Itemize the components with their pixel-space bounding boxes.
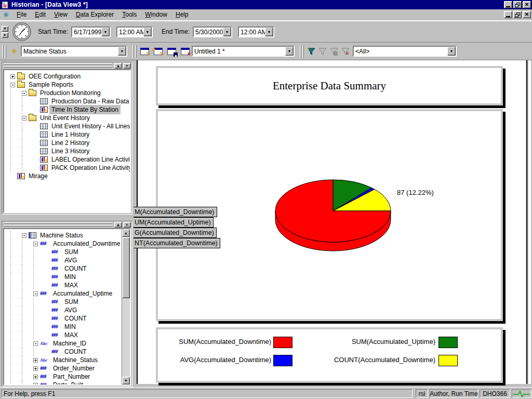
toolbar-grip[interactable] bbox=[2, 45, 4, 58]
scrollbar-thumb[interactable] bbox=[122, 237, 130, 298]
new-filter-button[interactable]: ✳ bbox=[305, 45, 316, 58]
tree-item-order-number[interactable]: +###Order_Number bbox=[10, 364, 122, 373]
tree-item-parts-built[interactable]: +###Parts_Built bbox=[10, 381, 122, 384]
tree-item-pack-operation-line-activity[interactable]: PACK Operation Line Activity bbox=[10, 164, 130, 172]
tree-item-accumulated-downtime[interactable]: -###Accumulated_Downtime bbox=[10, 240, 122, 248]
dropdown-arrow-icon[interactable]: ▼ bbox=[118, 47, 126, 56]
dropdown-arrow-icon[interactable]: ▼ bbox=[143, 28, 152, 36]
tree-item-min[interactable]: ###MIN bbox=[10, 323, 122, 331]
new-data-view-button[interactable]: ✎ bbox=[138, 45, 151, 58]
start-date-combobox[interactable]: 6/17/1999 ▼ bbox=[71, 26, 111, 37]
tree-item-machine-status[interactable]: +AbcMachine_Status bbox=[10, 356, 122, 364]
collapse-icon[interactable]: - bbox=[33, 341, 38, 346]
panel-header[interactable]: ▲ ✕ bbox=[2, 62, 132, 69]
dropdown-arrow-icon[interactable]: ▼ bbox=[223, 28, 231, 36]
tree-item-machine-id[interactable]: -AbcMachine_ID bbox=[10, 339, 122, 348]
scroll-up-icon[interactable]: ▲ bbox=[122, 229, 130, 237]
menu-data-explorer[interactable]: Data Explorer bbox=[72, 9, 118, 20]
tree-item-sum[interactable]: ###SUM bbox=[10, 298, 122, 306]
collapse-icon[interactable]: - bbox=[22, 233, 26, 238]
panel-header[interactable]: ▲ ✕ bbox=[2, 221, 132, 228]
toolbar-grip[interactable] bbox=[132, 45, 134, 58]
panel-collapse-button[interactable]: ▲ bbox=[114, 63, 122, 69]
tree-item-sample-reports[interactable]: -Sample Reports bbox=[10, 81, 130, 89]
tree-item-max[interactable]: ###MAX bbox=[10, 281, 122, 289]
tree-item-production-monitoring[interactable]: -Production Monitoring bbox=[10, 89, 130, 97]
menu-view[interactable]: View bbox=[50, 9, 72, 20]
data-view-combobox[interactable]: Untitled 1 * ▼ bbox=[192, 46, 295, 57]
tree-item-accumulated-uptime[interactable]: -###Accumulated_Uptime bbox=[10, 289, 122, 298]
save-data-view-button[interactable] bbox=[165, 45, 178, 58]
vertical-scrollbar[interactable]: ▲ ▼ bbox=[122, 229, 130, 384]
tree-item-machine-status[interactable]: -Machine Status bbox=[10, 231, 122, 240]
menu-edit[interactable]: Edit bbox=[31, 9, 50, 20]
panel-close-button[interactable]: ✕ bbox=[123, 222, 131, 228]
rename-data-view-button[interactable]: ✎✱ bbox=[151, 45, 165, 58]
mdi-minimize-button[interactable] bbox=[504, 11, 512, 18]
tree-item-line-2-history[interactable]: Line 2 History bbox=[10, 139, 130, 147]
expand-icon[interactable]: + bbox=[33, 375, 38, 379]
tree-item-count[interactable]: ###COUNT bbox=[10, 348, 122, 356]
new-dataset-button[interactable]: ✳ bbox=[7, 45, 21, 58]
menu-help[interactable]: Help bbox=[171, 9, 193, 20]
tree-item-min[interactable]: ###MIN bbox=[10, 273, 122, 281]
panel-collapse-button[interactable]: ▲ bbox=[114, 222, 122, 228]
collapse-icon[interactable]: - bbox=[33, 291, 38, 296]
tree-item-line-1-history[interactable]: Line 1 History bbox=[10, 130, 130, 139]
tree-item-time-in-state-by-station[interactable]: Time In State By Station bbox=[10, 105, 130, 114]
dataset-combobox[interactable]: Machine Status ▼ bbox=[21, 46, 127, 57]
dropdown-arrow-icon[interactable]: ▼ bbox=[447, 47, 456, 56]
title-bar[interactable]: Historian - [Data View3 *] ✕ bbox=[0, 0, 532, 9]
tree-item-production-data-raw-data[interactable]: Production Data - Raw Data bbox=[10, 97, 130, 105]
tree-item-count[interactable]: ###COUNT bbox=[10, 314, 122, 323]
tree-item-oee-configuration[interactable]: +OEE Configuration bbox=[10, 72, 130, 81]
filter-combobox[interactable]: <All> ▼ bbox=[353, 46, 457, 57]
tree-item-avg[interactable]: ###AVG bbox=[10, 306, 122, 314]
menu-file[interactable]: File bbox=[12, 9, 31, 20]
tree-item-part-number[interactable]: +###Part_Number bbox=[10, 373, 122, 381]
start-time-combobox[interactable]: 12:00 AM ▼ bbox=[116, 26, 153, 37]
tree-item-unit-event-history-all-lines[interactable]: Unit Event History - All Lines bbox=[10, 122, 130, 130]
tree-item-sum[interactable]: ###SUM bbox=[10, 248, 122, 256]
tree-item-line-3-history[interactable]: Line 3 History bbox=[10, 147, 130, 155]
collapse-icon[interactable]: - bbox=[10, 83, 15, 87]
dropdown-arrow-icon[interactable]: ▼ bbox=[285, 47, 294, 56]
toolbar-grip[interactable] bbox=[300, 45, 301, 58]
restore-button[interactable] bbox=[513, 1, 522, 8]
dropdown-arrow-icon[interactable]: ▼ bbox=[265, 28, 273, 36]
toolbar-grip[interactable] bbox=[135, 45, 137, 58]
tree-item-unit-event-history[interactable]: -Unit Event History bbox=[10, 114, 130, 122]
save-filter-button[interactable] bbox=[328, 45, 339, 58]
delete-data-view-button[interactable]: ✕ bbox=[178, 45, 192, 58]
mdi-close-button[interactable]: ✕ bbox=[523, 11, 531, 18]
toolbar-expand-button[interactable]: ▸ bbox=[2, 32, 8, 38]
tree-item-max[interactable]: ###MAX bbox=[10, 331, 122, 339]
expand-icon[interactable]: + bbox=[33, 383, 38, 385]
tree-item-avg[interactable]: ###AVG bbox=[10, 256, 122, 264]
close-button[interactable]: ✕ bbox=[523, 1, 531, 8]
toolbar-grip[interactable] bbox=[302, 45, 304, 58]
toolbar-close-button[interactable]: ✕ bbox=[2, 26, 8, 32]
tree-item-mirage[interactable]: Mirage bbox=[10, 172, 130, 180]
scrollbar-track[interactable] bbox=[122, 298, 130, 377]
toolbar-grip[interactable] bbox=[5, 45, 6, 58]
expand-icon[interactable]: + bbox=[33, 358, 38, 363]
tree-item-count[interactable]: ###COUNT bbox=[10, 264, 122, 273]
mdi-restore-button[interactable] bbox=[513, 11, 522, 18]
end-date-combobox[interactable]: 5/30/2000 ▼ bbox=[193, 26, 232, 37]
collapse-icon[interactable]: - bbox=[22, 116, 26, 121]
minimize-button[interactable] bbox=[504, 1, 512, 8]
edit-filter-button[interactable] bbox=[316, 45, 328, 58]
expand-icon[interactable]: + bbox=[10, 74, 15, 79]
delete-filter-button[interactable] bbox=[339, 45, 351, 58]
end-time-combobox[interactable]: 12:00 AM ▼ bbox=[238, 26, 274, 37]
menu-window[interactable]: Window bbox=[141, 9, 171, 20]
expand-icon[interactable]: + bbox=[33, 366, 38, 371]
panel-close-button[interactable]: ✕ bbox=[123, 63, 131, 69]
scroll-down-icon[interactable]: ▼ bbox=[122, 377, 130, 384]
menu-tools[interactable]: Tools bbox=[118, 9, 141, 20]
collapse-icon[interactable]: - bbox=[22, 91, 26, 96]
collapse-icon[interactable]: - bbox=[33, 242, 38, 246]
dropdown-arrow-icon[interactable]: ▼ bbox=[101, 28, 110, 36]
tree-item-label-operation-line-activity[interactable]: LABEL Operation Line Activity bbox=[10, 155, 130, 164]
